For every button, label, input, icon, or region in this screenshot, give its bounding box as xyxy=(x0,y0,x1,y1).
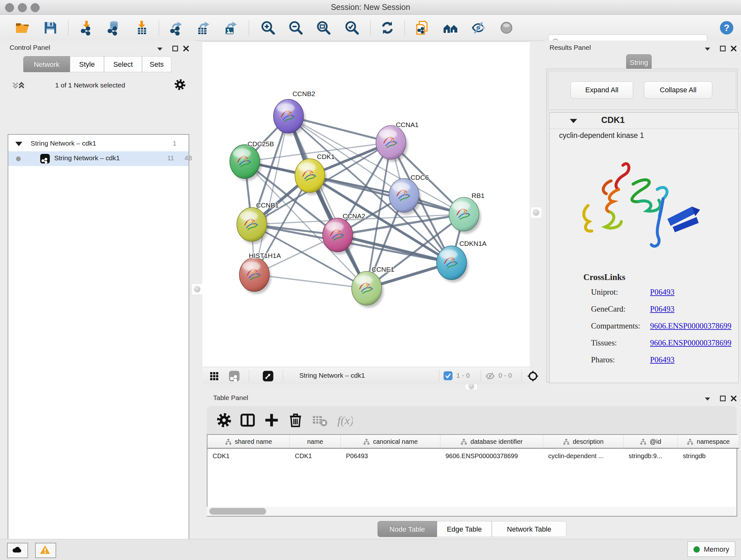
maximize-panel-icon[interactable] xyxy=(172,45,179,52)
right-splitter-handle[interactable] xyxy=(530,207,542,219)
column-header-namespace[interactable]: namespace xyxy=(678,435,739,449)
node-table[interactable]: shared nameCDK1nameCDK1 canonical nameP0… xyxy=(207,434,737,516)
refresh-view-button[interactable] xyxy=(380,20,395,36)
network-tree-row[interactable]: String Network – cdk1 11 48 xyxy=(8,151,189,166)
tab-node-table[interactable]: Node Table xyxy=(378,521,437,537)
expand-collapse-icon[interactable] xyxy=(15,141,22,146)
zoom-selected-button[interactable] xyxy=(344,20,360,36)
warnings-button[interactable] xyxy=(35,543,56,558)
tab-network-table[interactable]: Network Table xyxy=(492,521,566,537)
import-table-file-button[interactable] xyxy=(134,20,149,36)
open-session-button[interactable] xyxy=(15,20,30,36)
first-neighbors-icon xyxy=(443,20,458,36)
help-button[interactable]: ? xyxy=(719,20,734,36)
network-options-gear-icon[interactable] xyxy=(174,78,186,91)
tab-edge-table[interactable]: Edge Table xyxy=(437,521,492,537)
fit-selected-crosshair-icon[interactable] xyxy=(527,370,539,382)
delete-column-button[interactable] xyxy=(287,412,304,428)
crosslink-value-link[interactable]: P06493 xyxy=(650,288,674,297)
node-HIST1H1A[interactable]: HIST1H1A xyxy=(239,252,281,294)
network-canvas[interactable]: CCNB2 CCNA1 CDC25B xyxy=(202,42,530,367)
column-header-description[interactable]: description xyxy=(543,435,623,449)
table-cell[interactable]: stringdb:9... xyxy=(623,449,678,462)
first-neighbors-button[interactable] xyxy=(443,20,458,36)
float-results-icon[interactable] xyxy=(704,45,711,52)
table-cell[interactable]: CDK1 xyxy=(207,449,290,462)
crosslink-value-link[interactable]: 9606.ENSP00000378699 xyxy=(650,321,731,330)
maximize-table-icon[interactable] xyxy=(719,395,726,402)
table-horizontal-scrollbar[interactable] xyxy=(207,507,736,516)
float-panel-icon[interactable] xyxy=(156,45,163,52)
node-CCNA1[interactable]: CCNA1 xyxy=(376,121,419,162)
close-panel-icon[interactable] xyxy=(183,45,190,52)
zoom-out-button[interactable] xyxy=(288,20,304,36)
node-CCNB1[interactable]: CCNB1 xyxy=(237,201,279,244)
crosslink-label: Compartments: xyxy=(591,321,640,330)
column-header-shared-name[interactable]: shared name xyxy=(207,435,290,449)
collapse-all-button[interactable]: Collapse All xyxy=(644,81,712,99)
function-builder-button[interactable]: f(x) xyxy=(336,412,353,428)
close-table-icon[interactable] xyxy=(730,395,737,402)
memory-button[interactable]: Memory xyxy=(687,542,735,557)
results-panel-title: Results Panel xyxy=(549,44,591,51)
node-CDC6[interactable]: CDC6 xyxy=(389,174,429,215)
table-cell[interactable]: CDK1 xyxy=(290,449,341,462)
zoom-fit-button[interactable] xyxy=(316,20,331,36)
show-all-button[interactable] xyxy=(499,20,514,36)
table-cell[interactable]: 9606.ENSP00000378699 xyxy=(441,449,543,462)
cloud-status-button[interactable] xyxy=(7,543,28,558)
add-column-button[interactable] xyxy=(263,412,280,428)
column-header-name[interactable]: name xyxy=(290,435,341,449)
column-type-icon xyxy=(461,438,467,445)
column-header-@id[interactable]: @id xyxy=(623,435,678,449)
delete-table-button[interactable] xyxy=(312,412,328,428)
node-RB1[interactable]: RB1 xyxy=(449,192,484,234)
new-network-from-selection-button[interactable] xyxy=(414,20,429,36)
export-image-button[interactable] xyxy=(223,20,239,36)
birdseye-view-icon[interactable] xyxy=(262,370,274,382)
maximize-results-icon[interactable] xyxy=(719,45,726,52)
save-session-button[interactable] xyxy=(43,20,58,36)
network-tree-row[interactable]: String Network – cdk1 1 xyxy=(8,137,189,151)
import-network-file-button[interactable] xyxy=(79,20,94,36)
table-cell[interactable]: stringdb xyxy=(678,449,739,462)
tab-string[interactable]: String xyxy=(626,54,652,70)
node-CDK1[interactable]: CDK1 xyxy=(295,153,335,195)
import-network-database-icon xyxy=(106,20,121,36)
expand-all-button[interactable]: Expand All xyxy=(570,81,633,99)
node-label-CCNE1: CCNE1 xyxy=(372,266,394,273)
import-network-database-button[interactable] xyxy=(106,20,121,36)
crosslink-value-link[interactable]: P06493 xyxy=(650,355,674,364)
column-header-canonical-name[interactable]: canonical name xyxy=(341,435,441,449)
string-style-icon[interactable] xyxy=(228,370,240,382)
column-header-database-identifier[interactable]: database identifier xyxy=(441,435,543,449)
export-table-button[interactable] xyxy=(196,20,211,36)
float-table-icon[interactable] xyxy=(704,395,711,402)
export-network-button[interactable] xyxy=(168,20,184,36)
toolbar-separator xyxy=(158,20,159,35)
hide-selected-button[interactable] xyxy=(471,20,486,36)
tab-sets[interactable]: Sets xyxy=(142,56,172,72)
tab-network[interactable]: Network xyxy=(23,56,70,72)
toolbar-separator xyxy=(249,20,249,35)
split-columns-button[interactable] xyxy=(239,412,256,428)
node-CCNB2[interactable]: CCNB2 xyxy=(273,90,315,136)
close-results-icon[interactable] xyxy=(730,45,737,52)
string-results-box: Expand All Collapse All CDK1 cyclin-depe… xyxy=(546,69,738,382)
zoom-in-button[interactable] xyxy=(260,20,276,36)
selected-checkbox[interactable] xyxy=(444,371,453,380)
collapse-entry-icon[interactable] xyxy=(569,118,578,124)
tab-style[interactable]: Style xyxy=(70,56,104,72)
add-column-icon xyxy=(263,412,280,428)
tab-select[interactable]: Select xyxy=(104,56,142,72)
scrollbar-thumb[interactable] xyxy=(209,508,266,515)
left-splitter-handle[interactable] xyxy=(192,284,203,295)
grid-view-icon[interactable] xyxy=(209,371,219,381)
crosslink-value-link[interactable]: P06493 xyxy=(650,305,674,314)
table-cell[interactable]: P06493 xyxy=(341,449,441,462)
table-cell[interactable]: cyclin-dependent ... xyxy=(543,449,623,462)
crosslink-value-link[interactable]: 9606.ENSP00000378699 xyxy=(650,338,731,348)
node-CDC25B[interactable]: CDC25B xyxy=(230,140,274,181)
zoom-in-icon xyxy=(260,20,276,36)
table-settings-button[interactable] xyxy=(216,412,232,428)
